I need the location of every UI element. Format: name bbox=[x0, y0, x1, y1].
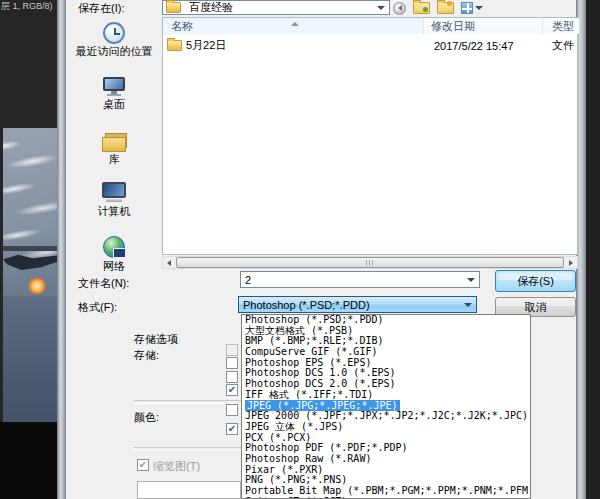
table-row[interactable]: 5月22日 2017/5/22 15:47 文件 bbox=[163, 38, 577, 53]
chevron-down-icon bbox=[377, 6, 385, 10]
sea-background bbox=[3, 296, 57, 422]
sidebar-item-network[interactable]: 网络 bbox=[66, 235, 162, 274]
horizontal-scrollbar[interactable] bbox=[162, 256, 578, 269]
format-label: 格式(F): bbox=[78, 300, 117, 315]
view-grid-icon bbox=[461, 2, 473, 14]
sidebar-item-label: 计算机 bbox=[66, 204, 162, 219]
scrollbar-grip bbox=[366, 260, 374, 266]
save-option-checkbox[interactable] bbox=[226, 371, 238, 383]
workspace-dark-area bbox=[0, 422, 57, 499]
sort-ascending-icon bbox=[291, 22, 299, 26]
new-folder-icon[interactable] bbox=[437, 2, 454, 14]
file-type: 文件 bbox=[543, 38, 577, 53]
column-header-name[interactable]: 名称 bbox=[163, 18, 424, 34]
thumbnail-label: 缩览图(T) bbox=[153, 459, 200, 474]
scroll-right-icon[interactable] bbox=[565, 257, 577, 268]
save-option-checkbox[interactable] bbox=[226, 404, 238, 416]
save-options-heading: 存储选项 bbox=[134, 332, 178, 347]
aircraft-wing bbox=[3, 246, 57, 251]
computer-icon bbox=[101, 182, 127, 204]
preview-box bbox=[137, 481, 241, 499]
file-name: 5月22日 bbox=[186, 38, 226, 53]
file-name-value: 2 bbox=[241, 274, 467, 286]
file-list: 名称 修改日期 类型 5月22日 2017/5/22 15:47 文件 bbox=[162, 17, 578, 255]
sidebar-item-label: 桌面 bbox=[66, 97, 162, 112]
save-option-checkbox[interactable] bbox=[226, 423, 238, 435]
network-icon bbox=[102, 235, 126, 259]
save-button[interactable]: 保存(S) bbox=[495, 270, 576, 292]
flare-glow bbox=[27, 278, 47, 294]
column-header-date[interactable]: 修改日期 bbox=[424, 18, 543, 34]
libraries-icon bbox=[101, 132, 127, 152]
folder-icon bbox=[167, 40, 182, 51]
save-as-dialog: 保存在(I): 百度经验 最近访问的位置 桌面 库 bbox=[66, 0, 576, 499]
thumbnail-checkbox[interactable] bbox=[137, 459, 149, 471]
desktop-icon bbox=[102, 77, 126, 97]
save-option-checkbox[interactable] bbox=[226, 344, 238, 356]
column-header-type[interactable]: 类型 bbox=[543, 18, 579, 34]
save-in-label: 保存在(I): bbox=[78, 1, 124, 16]
recent-places-icon bbox=[103, 22, 125, 44]
photoshop-workspace-right bbox=[586, 0, 600, 499]
location-value: 百度经验 bbox=[185, 0, 377, 15]
sidebar-item-libraries[interactable]: 库 bbox=[66, 132, 162, 167]
sidebar-item-desktop[interactable]: 桌面 bbox=[66, 77, 162, 112]
format-option[interactable]: IFF 格式 (*.IFF;*.TDI) bbox=[242, 390, 530, 401]
document-title-fragment: 层 1, RGB/8) bbox=[1, 0, 57, 13]
file-name-input[interactable]: 2 bbox=[240, 271, 480, 288]
file-name-label: 文件名(N): bbox=[78, 276, 129, 291]
dialog-left-border bbox=[57, 0, 66, 499]
chevron-down-icon bbox=[467, 278, 475, 282]
screen: 层 1, RGB/8) 保存在(I): 百度经验 bbox=[0, 0, 600, 499]
sidebar-item-recent-places[interactable]: 最近访问的位置 bbox=[66, 22, 162, 59]
save-option-checkbox[interactable] bbox=[226, 357, 238, 369]
last-folder-icon[interactable] bbox=[413, 2, 430, 14]
airplane-photo bbox=[3, 128, 57, 422]
format-combobox[interactable]: Photoshop (*.PSD;*.PDD) bbox=[238, 296, 477, 313]
photoshop-workspace-left: 层 1, RGB/8) bbox=[0, 0, 57, 499]
sidebar-item-label: 网络 bbox=[66, 259, 162, 274]
divider bbox=[134, 400, 241, 404]
format-dropdown-list: Photoshop (*.PSD;*.PDD)大型文档格式 (*.PSB)BMP… bbox=[241, 314, 531, 499]
color-label: 颜色: bbox=[134, 410, 159, 425]
chevron-down-icon bbox=[475, 6, 483, 10]
divider bbox=[134, 447, 241, 451]
format-option[interactable]: JPEG 立体 (*.JPS) bbox=[242, 422, 530, 433]
format-value: Photoshop (*.PSD;*.PDD) bbox=[239, 299, 464, 311]
sidebar-item-computer[interactable]: 计算机 bbox=[66, 182, 162, 219]
location-combobox[interactable]: 百度经验 bbox=[162, 0, 390, 15]
scroll-left-icon[interactable] bbox=[163, 257, 175, 268]
folder-icon bbox=[166, 2, 181, 13]
save-label: 存储: bbox=[134, 348, 159, 363]
chevron-down-icon bbox=[464, 303, 472, 307]
file-date: 2017/5/22 15:47 bbox=[424, 40, 543, 52]
view-menu-button[interactable] bbox=[461, 2, 483, 14]
save-option-checkbox[interactable] bbox=[226, 384, 238, 396]
scrollbar-thumb[interactable] bbox=[176, 257, 564, 268]
sidebar-item-label: 最近访问的位置 bbox=[66, 44, 162, 59]
back-icon[interactable] bbox=[393, 2, 406, 15]
dialog-toolbar bbox=[393, 1, 483, 15]
contrail-smoke bbox=[3, 128, 57, 279]
sidebar-item-label: 库 bbox=[66, 152, 162, 167]
